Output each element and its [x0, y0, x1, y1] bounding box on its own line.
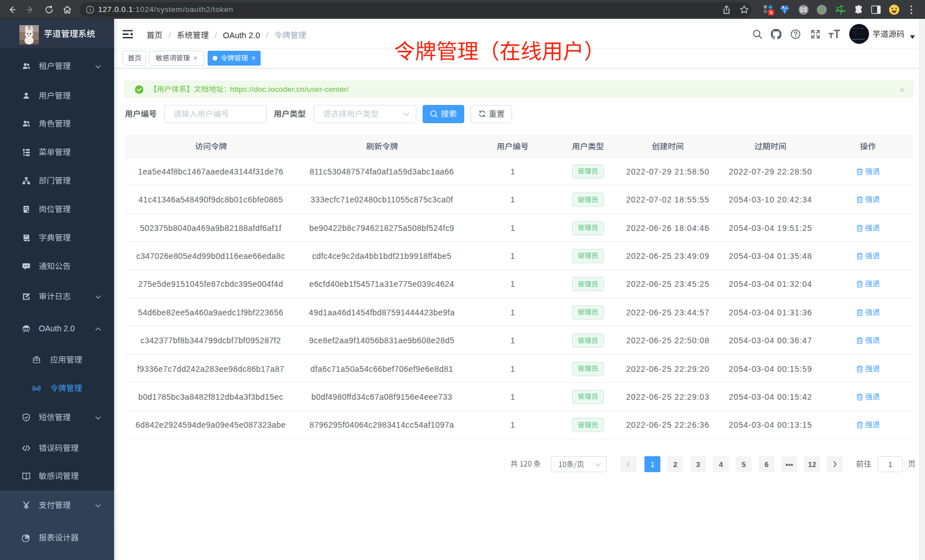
svg-text:9: 9: [770, 10, 773, 15]
